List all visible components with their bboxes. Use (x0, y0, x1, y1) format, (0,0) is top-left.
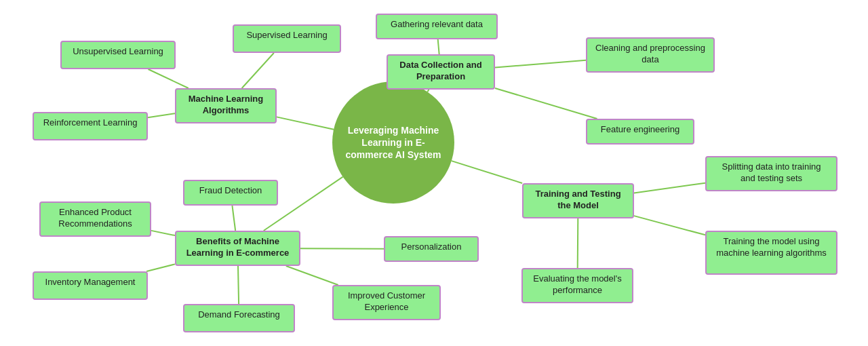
node-unsupervised: Unsupervised Learning (60, 41, 176, 69)
svg-line-10 (634, 216, 705, 235)
node-inventory: Inventory Management (33, 271, 148, 300)
svg-line-7 (495, 88, 597, 119)
node-training-testing: Training and Testing the Model (522, 183, 634, 218)
svg-line-0 (277, 117, 334, 129)
svg-line-2 (242, 53, 274, 88)
node-fraud: Fraud Detection (183, 180, 278, 206)
node-supervised: Supervised Learning (233, 24, 341, 53)
mind-map: Leveraging Machine Learning in E-commerc… (0, 0, 868, 346)
svg-line-18 (286, 266, 338, 285)
node-data-collection: Data Collection and Preparation (387, 54, 495, 90)
svg-line-16 (146, 264, 175, 271)
node-ml-algo: Machine Learning Algorithms (175, 88, 277, 123)
svg-line-6 (495, 60, 586, 68)
center-node: Leveraging Machine Learning in E-commerc… (332, 81, 454, 204)
node-splitting: Splitting data into training and testing… (705, 156, 837, 191)
svg-line-5 (438, 39, 439, 54)
svg-line-15 (151, 231, 175, 235)
node-demand: Demand Forecasting (183, 304, 295, 332)
svg-line-3 (148, 113, 175, 117)
svg-line-13 (232, 206, 235, 231)
node-feature-eng: Feature engineering (586, 119, 694, 145)
node-training-ml: Training the model using machine learnin… (705, 231, 837, 275)
node-cleaning: Cleaning and preprocessing data (586, 37, 715, 73)
node-evaluating: Evaluating the model's performance (521, 268, 633, 303)
node-reinforcement: Reinforcement Learning (33, 112, 148, 140)
node-personalization: Personalization (384, 236, 479, 262)
node-improved: Improved Customer Experience (332, 285, 441, 320)
svg-line-11 (578, 218, 578, 268)
node-gathering: Gathering relevant data (376, 14, 498, 39)
svg-line-9 (634, 183, 705, 193)
svg-line-17 (238, 266, 239, 304)
node-benefits: Benefits of Machine Learning in E-commer… (175, 231, 300, 266)
node-enhanced: Enhanced Product Recommendations (39, 201, 151, 237)
svg-line-1 (149, 69, 189, 88)
svg-line-8 (452, 161, 522, 183)
